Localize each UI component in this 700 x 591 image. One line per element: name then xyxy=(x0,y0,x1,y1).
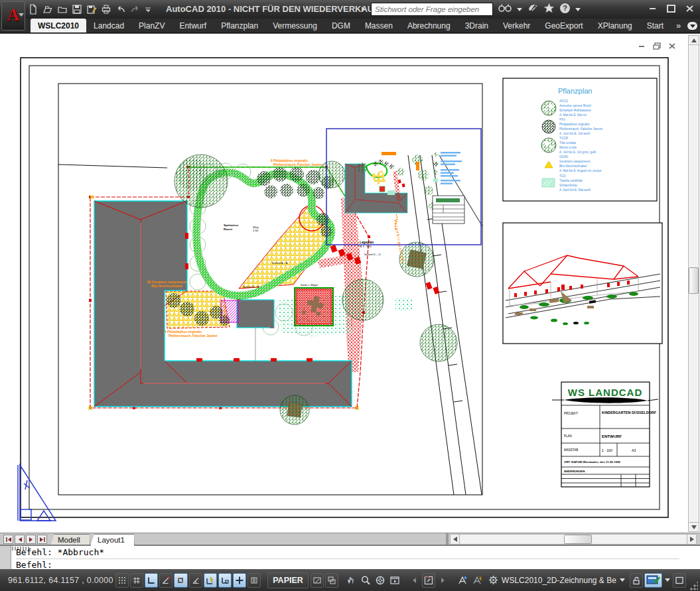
brand-logo: WS LANDCAD xyxy=(568,387,643,398)
dyn-toggle-button[interactable] xyxy=(233,573,246,588)
plot-icon[interactable] xyxy=(101,4,111,15)
search-binoculars-icon[interactable] xyxy=(498,3,512,16)
minimize-button[interactable] xyxy=(646,3,659,13)
drawing-area[interactable]: 8 Philadelphus virginalis Pfeifenstrauch… xyxy=(0,33,700,533)
menu-item-start[interactable]: Start xyxy=(640,19,671,33)
menu-item-dgm[interactable]: DGM xyxy=(324,19,358,33)
tab-nav-last-button[interactable] xyxy=(37,535,47,544)
undo-icon[interactable] xyxy=(115,4,126,15)
scroll-down-icon[interactable] xyxy=(691,525,697,529)
menu-item-vermessung[interactable]: Vermessung xyxy=(265,19,324,33)
svg-text:A. Juli bis E. Juli grün, gelb: A. Juli bis E. Juli grün, gelb xyxy=(559,151,596,154)
folder-icon[interactable] xyxy=(57,4,68,15)
save-icon[interactable] xyxy=(72,4,82,15)
svg-text:AXCS: AXCS xyxy=(559,99,568,103)
collapse-arrow-icon[interactable] xyxy=(361,6,366,13)
menu-item-pflanzplan[interactable]: Pflanzplan xyxy=(214,19,265,33)
svg-text:4 Philadelphus virginalis: 4 Philadelphus virginalis xyxy=(165,330,202,334)
menu-item-3drain[interactable]: 3Drain xyxy=(458,19,496,33)
viewport-next-icon[interactable] xyxy=(437,573,450,588)
menu-item-planzv[interactable]: PlanZV xyxy=(131,19,172,33)
mdi-restore-button[interactable] xyxy=(651,42,663,50)
vscroll-thumb[interactable] xyxy=(689,267,699,294)
pan-button[interactable] xyxy=(344,573,358,588)
qat-overflow-icon[interactable] xyxy=(145,4,151,15)
quick-access-toolbar xyxy=(28,3,151,16)
scroll-right-icon[interactable] xyxy=(690,537,694,542)
steering-wheel-button[interactable] xyxy=(374,573,387,588)
clean-screen-button[interactable] xyxy=(673,573,686,588)
workspace-label: WSLC2010_2D-Zeichnung & Be xyxy=(502,576,616,585)
annotation-visibility-icon[interactable] xyxy=(470,573,484,588)
help-icon[interactable]: ? xyxy=(559,3,571,17)
zoom-button[interactable] xyxy=(359,573,372,588)
help-options-caret[interactable] xyxy=(575,8,581,11)
quick-view-drawings-button[interactable] xyxy=(325,573,338,588)
application-status-menu-button[interactable] xyxy=(644,573,662,588)
open-icon[interactable] xyxy=(42,4,53,15)
mdi-minimize-button[interactable] xyxy=(636,42,648,50)
scroll-up-icon[interactable] xyxy=(691,38,697,42)
search-input[interactable] xyxy=(371,3,493,16)
tab-layout1[interactable]: Layout1 xyxy=(90,534,135,546)
info-center: ? xyxy=(361,2,581,17)
polar-toggle-button[interactable] xyxy=(159,573,173,588)
svg-text:PROJEKT:: PROJEKT: xyxy=(564,412,579,415)
menu-item-verkehr[interactable]: Verkehr xyxy=(496,19,537,33)
svg-text:1 : 100: 1 : 100 xyxy=(602,448,612,452)
window-controls xyxy=(646,3,696,13)
scroll-left-icon[interactable] xyxy=(453,537,457,542)
status-bar: 961.6112, 64.1157 , 0.0000 PAPIER WSLC20… xyxy=(0,569,700,591)
workspace-switcher[interactable]: WSLC2010_2D-Zeichnung & Be xyxy=(484,573,629,588)
command-window-handle[interactable] xyxy=(0,546,11,570)
osnap-toggle-button[interactable] xyxy=(174,573,187,588)
resize-grip[interactable] xyxy=(689,582,698,591)
svg-text:Tiarella cordifolia: Tiarella cordifolia xyxy=(559,179,583,182)
menu-item-entwurf[interactable]: Entwurf xyxy=(172,19,214,33)
communication-center-icon[interactable] xyxy=(527,3,539,16)
grid-toggle-button[interactable] xyxy=(130,573,143,588)
ducs-toggle-button[interactable] xyxy=(218,573,232,588)
close-button[interactable] xyxy=(683,3,696,13)
viewport-maximize-button[interactable] xyxy=(422,573,435,588)
mdi-close-button[interactable] xyxy=(666,42,678,50)
tab-nav-prev-button[interactable] xyxy=(15,535,25,544)
status-options-caret[interactable] xyxy=(665,578,670,582)
redo-icon[interactable] xyxy=(130,4,141,15)
legend-shrub-icon xyxy=(542,120,555,133)
hscroll-thumb[interactable] xyxy=(564,535,592,544)
save-as-icon[interactable] xyxy=(86,4,97,15)
menu-item-geoexport[interactable]: GeoExport xyxy=(537,19,590,33)
coordinates-readout: 961.6112, 64.1157 , 0.0000 xyxy=(0,576,115,585)
annotation-scale-icon[interactable] xyxy=(456,573,469,588)
svg-text:Scharlach-Roßkastanie: Scharlach-Roßkastanie xyxy=(559,109,591,112)
svg-text:Aesculus carnea 'Briotii': Aesculus carnea 'Briotii' xyxy=(559,104,592,107)
viewport-prev-icon[interactable] xyxy=(407,573,421,588)
menu-item-xplanung[interactable]: XPlanung xyxy=(591,19,640,33)
paper-model-toggle-button[interactable]: PAPIER xyxy=(267,572,309,588)
menu-item-massen[interactable]: Massen xyxy=(358,19,400,33)
favorites-star-icon[interactable] xyxy=(543,3,555,16)
menu-overflow-chevrons[interactable]: » xyxy=(671,19,686,33)
tab-nav-next-button[interactable] xyxy=(26,535,36,544)
snap-toggle-button[interactable] xyxy=(115,573,129,588)
command-window[interactable]: Befehl: *Abbruch* Befehl: xyxy=(0,545,700,570)
angle-snap-button[interactable] xyxy=(189,573,202,588)
lwt-toggle-button[interactable] xyxy=(247,573,261,588)
application-menu-button[interactable]: A xyxy=(1,1,25,31)
menu-item-landcad[interactable]: Landcad xyxy=(86,19,131,33)
search-options-caret[interactable] xyxy=(517,8,522,11)
menu-item-abrechnung[interactable]: Abrechnung xyxy=(400,19,458,33)
new-drawing-icon[interactable] xyxy=(28,4,38,15)
maximize-button[interactable] xyxy=(664,3,677,13)
toolbar-lock-button[interactable] xyxy=(630,573,643,588)
showmotion-button[interactable] xyxy=(388,573,401,588)
ortho-toggle-button[interactable] xyxy=(145,573,158,588)
otrack-toggle-button[interactable] xyxy=(204,573,217,588)
legend-groundcover-icon xyxy=(542,178,555,187)
tabs-splitter[interactable] xyxy=(446,533,449,545)
quick-view-layouts-button[interactable] xyxy=(311,573,324,588)
menu-item-wslc2010[interactable]: WSLC2010 xyxy=(31,19,86,33)
tab-nav-first-button[interactable] xyxy=(3,535,13,544)
webcast-icon[interactable] xyxy=(687,22,697,30)
